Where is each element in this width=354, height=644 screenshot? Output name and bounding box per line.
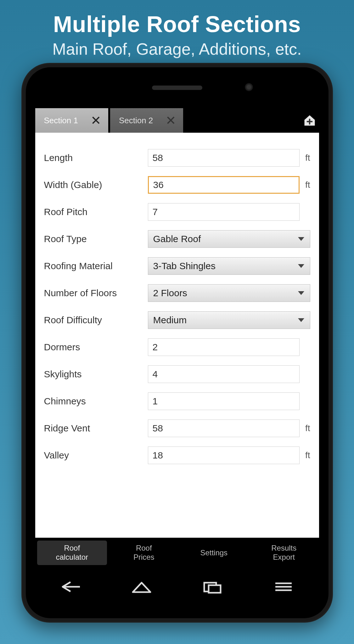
chimneys-label: Chimneys [44,396,148,407]
dormers-label: Dormers [44,342,148,353]
valley-label: Valley [44,450,148,461]
roof-form: Length ft Width (Gable) ft Roof Pitch [35,133,319,538]
close-icon[interactable]: ✕ [91,113,101,128]
menu-icon[interactable] [271,579,296,595]
app-screen: Section 1 ✕ Section 2 ✕ Length [35,108,319,568]
chevron-down-icon [298,318,304,322]
select-value: Medium [153,315,187,325]
phone-frame: Section 1 ✕ Section 2 ✕ Length [21,63,333,623]
ridge-vent-unit: ft [300,423,310,433]
nav-roof-calculator[interactable]: Roof calculator [37,541,107,565]
roof-type-label: Roof Type [44,234,148,244]
add-section-button[interactable] [300,108,319,133]
tab-label: Section 1 [44,116,78,125]
chevron-down-icon [298,291,304,295]
back-icon[interactable] [58,579,83,595]
tab-section-2[interactable]: Section 2 ✕ [110,108,183,133]
difficulty-select[interactable]: Medium [148,311,310,329]
promo-title: Multiple Roof Sections [0,11,354,37]
tab-label: Section 2 [119,116,153,125]
chevron-down-icon [298,237,304,241]
width-label: Width (Gable) [44,180,148,190]
promo-subtitle: Main Roof, Garage, Additions, etc. [0,40,354,58]
home-icon[interactable] [129,579,154,595]
bottom-nav: Roof calculator Roof Prices Settings Res… [35,538,319,568]
phone-speaker [152,86,202,90]
valley-input[interactable] [148,447,300,464]
ridge-vent-label: Ridge Vent [44,423,148,434]
floors-select[interactable]: 2 Floors [148,284,310,302]
width-unit: ft [300,180,310,190]
tab-section-1[interactable]: Section 1 ✕ [35,108,108,133]
chimneys-input[interactable] [148,392,300,410]
pitch-label: Roof Pitch [44,207,148,217]
length-label: Length [44,153,148,163]
select-value: 2 Floors [153,288,187,298]
skylights-label: Skylights [44,369,148,380]
select-value: 3-Tab Shingles [153,261,216,271]
pitch-input[interactable] [148,203,300,221]
nav-settings[interactable]: Settings [179,545,249,561]
phone-camera [245,83,253,91]
material-label: Roofing Material [44,261,148,271]
nav-results-export[interactable]: Results Export [249,541,319,565]
floors-label: Number of Floors [44,288,148,298]
system-nav [35,571,319,602]
close-icon[interactable]: ✕ [166,113,176,128]
skylights-input[interactable] [148,365,300,383]
material-select[interactable]: 3-Tab Shingles [148,257,310,275]
length-unit: ft [300,153,310,163]
width-input[interactable] [148,176,300,194]
ridge-vent-input[interactable] [148,419,300,437]
svg-rect-1 [209,585,221,593]
dormers-input[interactable] [148,338,300,356]
section-tabbar: Section 1 ✕ Section 2 ✕ [35,108,319,133]
roof-type-select[interactable]: Gable Roof [148,230,310,248]
select-value: Gable Roof [153,234,201,244]
recent-apps-icon[interactable] [200,579,225,595]
difficulty-label: Roof Difficulty [44,315,148,325]
nav-roof-prices[interactable]: Roof Prices [109,541,179,565]
chevron-down-icon [298,264,304,268]
valley-unit: ft [300,450,310,460]
length-input[interactable] [148,149,300,167]
plus-house-icon [303,114,317,127]
